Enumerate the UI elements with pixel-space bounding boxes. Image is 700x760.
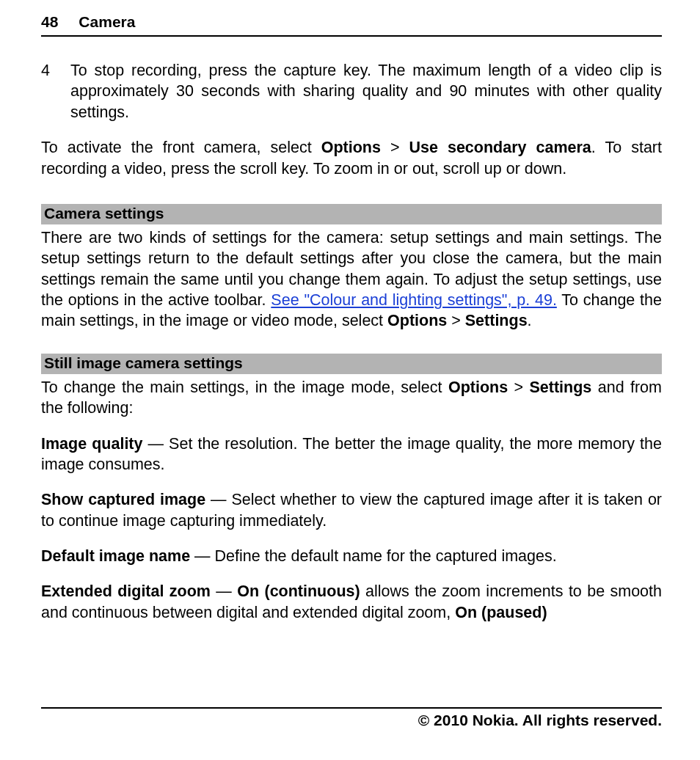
section-heading-camera-settings: Camera settings [41, 204, 662, 224]
text: — [211, 582, 237, 600]
on-paused-label: On (paused) [455, 604, 547, 621]
item-label: Show captured image [41, 491, 205, 508]
use-secondary-camera-label: Use secondary camera [409, 139, 591, 156]
still-intro-paragraph: To change the main settings, in the imag… [41, 377, 662, 419]
text: To change the main settings, in the imag… [41, 379, 448, 396]
step-text: To stop recording, press the capture key… [70, 60, 662, 123]
options-label: Options [321, 139, 381, 156]
page-footer: © 2010 Nokia. All rights reserved. [41, 707, 662, 729]
text: To activate the front camera, select [41, 139, 321, 156]
text: > [447, 312, 465, 329]
front-camera-paragraph: To activate the front camera, select Opt… [41, 137, 662, 179]
item-label: Extended digital zoom [41, 582, 211, 600]
document-page: 48Camera 4 To stop recording, press the … [0, 0, 700, 760]
step-index: 4 [41, 60, 70, 123]
page-title: Camera [79, 13, 135, 30]
colour-lighting-link[interactable]: See "Colour and lighting settings", p. 4… [271, 291, 557, 309]
item-text: — Define the default name for the captur… [190, 547, 557, 565]
section-heading-still-image: Still image camera settings [41, 354, 662, 374]
page-header: 48Camera [41, 13, 662, 37]
default-name-item: Default image name — Define the default … [41, 546, 662, 566]
item-label: Default image name [41, 547, 190, 565]
extended-zoom-item: Extended digital zoom — On (continuous) … [41, 581, 662, 623]
camera-settings-paragraph: There are two kinds of settings for the … [41, 227, 662, 332]
item-label: Image quality [41, 435, 142, 453]
text: . [528, 312, 532, 329]
image-quality-item: Image quality — Set the resolution. The … [41, 434, 662, 475]
options-label: Options [448, 379, 508, 396]
show-captured-item: Show captured image — Select whether to … [41, 489, 662, 531]
step-4: 4 To stop recording, press the capture k… [41, 60, 662, 123]
text: > [508, 379, 529, 396]
on-continuous-label: On (continuous) [237, 582, 360, 600]
settings-label: Settings [529, 379, 591, 396]
options-label: Options [387, 312, 447, 329]
text: > [381, 139, 409, 156]
page-number: 48 [41, 13, 58, 31]
settings-label: Settings [465, 312, 528, 329]
